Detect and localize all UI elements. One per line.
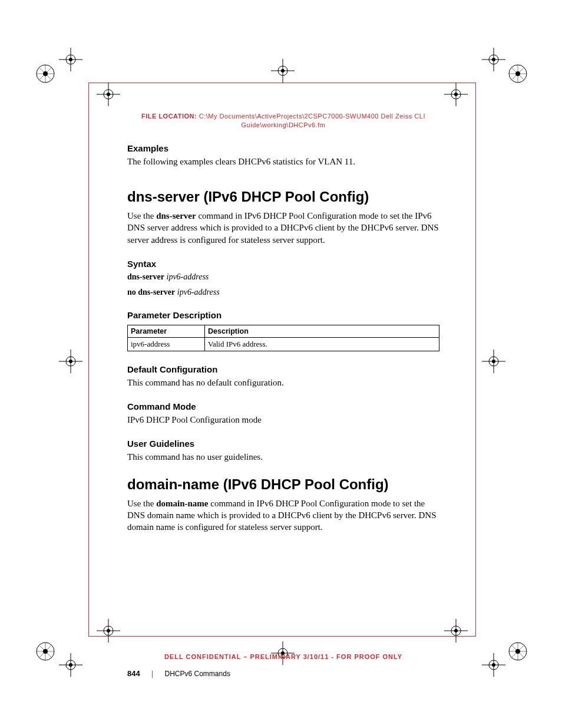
rosette-icon [35,64,55,84]
rosette-icon [35,641,55,661]
crosshair-icon [271,59,295,83]
parameter-description-heading: Parameter Description [127,310,439,320]
intro-pre: Use the [127,211,156,220]
rosette-icon [508,641,528,661]
svg-point-5 [43,71,48,76]
examples-text: The following examples clears DHCPv6 sta… [127,156,439,167]
crosshair-icon [59,653,82,677]
svg-point-61 [454,629,458,633]
param-td-name: ipv6-address [128,337,205,351]
svg-point-49 [69,663,72,667]
crosshair-icon [97,83,120,106]
syntax-heading: Syntax [127,259,439,269]
parameter-table: Parameter Description ipv6-address Valid… [127,325,439,351]
file-location-path: C:\My Documents\ActiveProjects\2CSPC7000… [199,113,425,129]
svg-point-9 [69,58,72,61]
syntax2-cmd: no dns-server [127,288,175,297]
syntax-line-2: no dns-server ipv6-address [127,288,439,297]
crosshair-icon [444,83,468,106]
dns-server-intro: Use the dns-server command in IPv6 DHCP … [127,210,439,246]
examples-heading: Examples [127,143,439,153]
default-config-heading: Default Configuration [127,364,439,374]
param-th-description: Description [205,325,439,337]
svg-point-53 [107,629,110,633]
param-th-parameter: Parameter [128,325,205,337]
svg-point-45 [43,649,48,654]
svg-point-17 [281,69,285,73]
command-title-dns-server: dns-server (IPv6 DHCP Pool Config) [127,189,439,205]
crosshair-icon [482,48,505,71]
svg-point-13 [107,93,110,96]
crosshair-icon [482,350,505,373]
crosshair-icon [59,48,82,71]
crosshair-icon [482,653,505,677]
crosshair-icon [59,350,82,373]
crosshair-icon [444,619,468,643]
svg-point-35 [69,360,72,363]
svg-point-39 [492,360,495,363]
svg-point-31 [515,71,520,76]
svg-point-65 [492,663,495,667]
svg-point-71 [515,649,520,654]
svg-point-25 [454,93,458,96]
domain-name-intro: Use the domain-name command in IPv6 DHCP… [127,498,439,533]
command-mode-heading: Command Mode [127,401,439,411]
footer-section: DHCPv6 Commands [165,670,230,678]
user-guidelines-heading: User Guidelines [127,439,439,449]
syntax1-arg: ipv6-address [167,272,209,281]
syntax-line-1: dns-server ipv6-address [127,272,439,282]
page-content: FILE LOCATION: C:\My Documents\ActivePro… [127,112,439,533]
syntax1-cmd: dns-server [127,272,164,281]
user-guidelines-text: This command has no user guidelines. [127,451,439,463]
intro-bold-2: domain-name [156,499,208,508]
confidential-banner: DELL CONFIDENTIAL – PRELIMINARY 3/10/11 … [127,653,439,660]
crosshair-icon [97,619,120,643]
page-footer: 844 | DHCPv6 Commands [127,669,230,678]
footer-separator: | [151,670,153,678]
rosette-icon [508,64,528,84]
command-title-domain-name: domain-name (IPv6 DHCP Pool Config) [127,476,439,493]
param-td-desc: Valid IPv6 address. [205,337,439,351]
intro-pre-2: Use the [127,499,156,508]
syntax2-arg: ipv6-address [177,288,220,297]
default-config-text: This command has no default configuratio… [127,377,439,388]
file-location-label: FILE LOCATION: [141,113,197,120]
svg-point-21 [492,58,495,61]
intro-bold: dns-server [156,211,196,220]
file-location: FILE LOCATION: C:\My Documents\ActivePro… [127,112,439,130]
page-number: 844 [127,669,140,678]
command-mode-text: IPv6 DHCP Pool Configuration mode [127,414,439,426]
